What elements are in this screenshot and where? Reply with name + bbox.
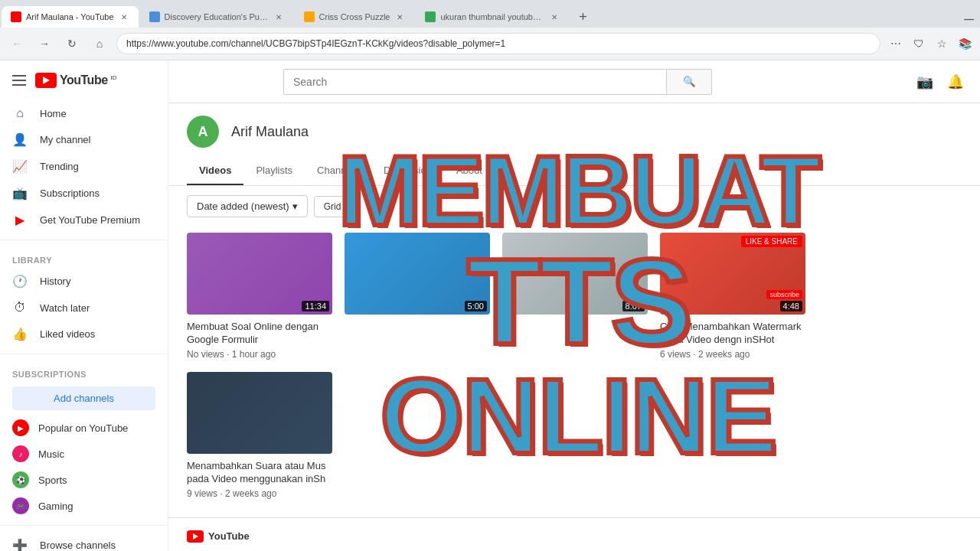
channel-tab-discussion[interactable]: Discussion	[371, 157, 444, 185]
video-time-1: 1 hour ago	[232, 349, 276, 360]
tab-4[interactable]: ukuran thumbnail youtube - G... ✕	[416, 6, 569, 28]
video-card-4[interactable]: LIKE & SHARE subscribe 4:48 Cara Menamba…	[660, 233, 805, 360]
sidebar-trending-label: Trending	[40, 161, 79, 172]
bookmarks-icon[interactable]: 📚	[956, 34, 974, 53]
grid-button[interactable]: Grid	[314, 196, 351, 217]
back-button[interactable]: ←	[6, 33, 28, 54]
new-tab-button[interactable]: +	[572, 6, 593, 28]
subscription-item-music[interactable]: ♪ Music	[0, 441, 168, 467]
channel-name: Arif Maulana	[231, 124, 309, 140]
video-duration-2: 5:00	[465, 301, 487, 311]
sports-label: Sports	[38, 474, 67, 486]
hamburger-menu[interactable]	[12, 75, 26, 86]
subscription-item-sports[interactable]: ⚽ Sports	[0, 467, 168, 493]
video-meta-4: 6 views · 2 weeks ago	[660, 349, 805, 360]
tab-close-1[interactable]: ✕	[119, 11, 129, 22]
tab-close-2[interactable]: ✕	[273, 11, 284, 22]
home-button[interactable]: ⌂	[89, 33, 110, 54]
browse-channels-icon: ➕	[12, 538, 28, 551]
sidebar-item-subscriptions[interactable]: 📺 Subscriptions	[0, 180, 168, 207]
chevron-down-icon: ▾	[292, 201, 298, 212]
youtube-logo[interactable]: YouTube ID	[35, 73, 117, 88]
video-card-1[interactable]: 11:34 Membuat Soal Online dengan Google …	[187, 233, 332, 360]
video-views-4: 6 views	[660, 349, 691, 360]
tab-bar: Arif Maulana - YouTube ✕ Discovery Educa…	[0, 0, 980, 28]
tab-active[interactable]: Arif Maulana - YouTube ✕	[2, 6, 139, 28]
search-input[interactable]	[283, 69, 666, 95]
channel-tab-playlists[interactable]: Playlists	[243, 157, 305, 185]
video-card-3[interactable]: 8:07	[502, 233, 648, 360]
sidebar-item-trending[interactable]: 📈 Trending	[0, 153, 168, 180]
sidebar-history-label: History	[40, 276, 70, 287]
liked-videos-icon: 👍	[12, 327, 28, 341]
tab-favicon-criss	[304, 11, 315, 22]
video-card-5[interactable]: Menambahkan Suara atau Mus pada Video me…	[187, 372, 332, 499]
browser-chrome: Arif Maulana - YouTube ✕ Discovery Educa…	[0, 0, 980, 60]
minimize-button[interactable]: ─	[964, 11, 974, 28]
tab-2[interactable]: Discovery Education's Puzzlem... ✕	[140, 6, 293, 28]
sidebar-item-watch-later[interactable]: ⏱ Watch later	[0, 295, 168, 321]
premium-icon: ▶	[12, 213, 28, 227]
video-thumbnail-5	[187, 372, 332, 454]
subscription-item-gaming[interactable]: 🎮 Gaming	[0, 493, 168, 519]
sidebar-browse-channels-label: Browse channels	[40, 540, 116, 551]
footer-play-icon	[193, 533, 198, 540]
video-info-1: Membuat Soal Online dengan Google Formul…	[187, 315, 332, 360]
video-meta-5: 9 views · 2 weeks ago	[187, 488, 332, 499]
topbar-center: 🔍	[181, 69, 815, 95]
trending-icon: 📈	[12, 159, 28, 174]
channel-tabs: Videos Playlists Channels Discussion Abo…	[187, 157, 962, 185]
sidebar-item-home[interactable]: ⌂ Home	[0, 100, 168, 126]
video-duration-4: 4:48	[780, 301, 802, 311]
search-icon: 🔍	[683, 76, 696, 87]
youtube-topbar: 🔍 📷 🔔	[168, 60, 980, 103]
hamburger-line	[12, 84, 26, 86]
sidebar-item-browse-channels[interactable]: ➕ Browse channels	[0, 532, 168, 551]
video-card-2[interactable]: 5:00	[345, 233, 490, 360]
extensions-icon[interactable]: ⋯	[887, 34, 905, 53]
tab-3[interactable]: Criss Cross Puzzle ✕	[295, 6, 415, 28]
sidebar-item-my-channel[interactable]: 👤 My channel	[0, 126, 168, 153]
tab-label-2: Discovery Education's Puzzlem...	[165, 12, 269, 21]
music-avatar: ♪	[12, 445, 29, 462]
sidebar-subscriptions-label: Subscriptions	[40, 187, 100, 199]
star-icon[interactable]: ☆	[933, 34, 951, 53]
sidebar-item-history[interactable]: 🕐 History	[0, 268, 168, 295]
video-thumbnail-1: 11:34	[187, 233, 332, 315]
subscription-item-popular[interactable]: ▶ Popular on YouTube	[0, 415, 168, 441]
refresh-button[interactable]: ↻	[61, 33, 83, 54]
gaming-label: Gaming	[38, 500, 74, 512]
upload-icon[interactable]: 📷	[913, 70, 937, 94]
tab-close-3[interactable]: ✕	[394, 11, 405, 22]
address-bar-input[interactable]	[116, 33, 880, 54]
search-bar: 🔍	[283, 69, 712, 95]
sidebar-liked-videos-label: Liked videos	[40, 328, 95, 340]
shield-icon: 🛡	[910, 34, 928, 53]
sidebar-item-get-premium[interactable]: ▶ Get YouTube Premium	[0, 207, 168, 233]
video-title-1: Membuat Soal Online dengan Google Formul…	[187, 321, 332, 347]
add-channels-button[interactable]: Add channels	[12, 386, 155, 410]
forward-button[interactable]: →	[34, 33, 55, 54]
window-controls: ─	[964, 11, 980, 28]
channel-tab-channels[interactable]: Channels	[305, 157, 371, 185]
channel-avatar: A	[187, 116, 219, 148]
sort-label: Date added (newest)	[197, 201, 289, 212]
watch-later-icon: ⏱	[12, 301, 28, 315]
footer-logo-text: YouTube	[208, 530, 250, 542]
sort-dropdown[interactable]: Date added (newest) ▾	[187, 195, 308, 217]
youtube-logo-icon	[35, 73, 57, 88]
subscriptions-icon: 📺	[12, 186, 28, 201]
history-icon: 🕐	[12, 274, 28, 289]
sidebar-my-channel-label: My channel	[40, 134, 90, 145]
sidebar-divider-1	[0, 240, 168, 240]
video-time-5: 2 weeks ago	[225, 488, 276, 499]
search-button[interactable]: 🔍	[666, 69, 712, 95]
subscribe-badge: subscribe	[766, 290, 802, 299]
tab-close-4[interactable]: ✕	[549, 11, 560, 22]
notifications-icon[interactable]: 🔔	[943, 70, 968, 94]
channel-tab-videos[interactable]: Videos	[187, 157, 243, 185]
video-title-4: Cara Menambahkan Watermark Pada Video de…	[660, 321, 805, 347]
video-thumbnail-2: 5:00	[345, 233, 490, 315]
sidebar-item-liked-videos[interactable]: 👍 Liked videos	[0, 321, 168, 347]
channel-tab-about[interactable]: About	[444, 157, 495, 185]
